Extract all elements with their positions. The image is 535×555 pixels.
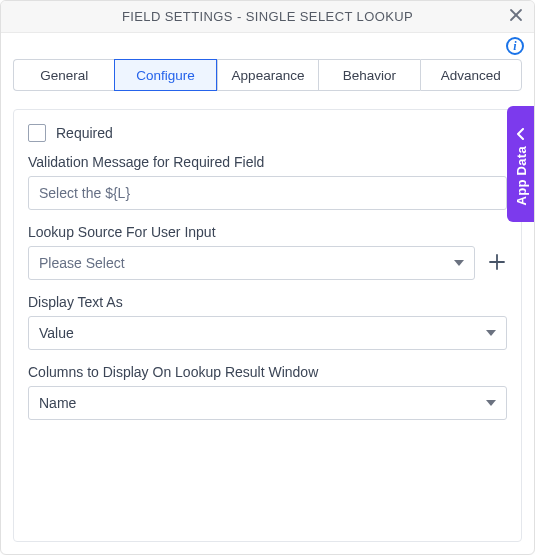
display-text-select[interactable]: Value (28, 316, 507, 350)
required-row: Required (28, 124, 507, 142)
lookup-source-value: Please Select (39, 255, 125, 271)
chevron-down-icon (486, 400, 496, 406)
display-text-row: Display Text As Value (28, 294, 507, 350)
tab-behavior[interactable]: Behavior (318, 59, 419, 91)
columns-row: Columns to Display On Lookup Result Wind… (28, 364, 507, 420)
columns-select[interactable]: Name (28, 386, 507, 420)
modal-title: FIELD SETTINGS - SINGLE SELECT LOOKUP (122, 9, 413, 24)
validation-message-label: Validation Message for Required Field (28, 154, 507, 170)
tab-configure[interactable]: Configure (114, 59, 216, 91)
tabs: General Configure Appearance Behavior Ad… (13, 59, 522, 91)
chevron-left-icon (507, 128, 535, 140)
app-data-label: App Data (514, 146, 529, 205)
columns-value: Name (39, 395, 76, 411)
field-settings-modal: FIELD SETTINGS - SINGLE SELECT LOOKUP i … (0, 0, 535, 555)
configure-panel: Required Validation Message for Required… (13, 109, 522, 542)
info-icon[interactable]: i (506, 37, 524, 55)
lookup-source-row: Lookup Source For User Input Please Sele… (28, 224, 507, 280)
add-lookup-source-button[interactable] (487, 253, 507, 273)
validation-message-value: Select the ${L} (39, 185, 130, 201)
plus-icon (488, 253, 506, 274)
lookup-source-label: Lookup Source For User Input (28, 224, 507, 240)
validation-message-row: Validation Message for Required Field Se… (28, 154, 507, 210)
lookup-source-select[interactable]: Please Select (28, 246, 475, 280)
close-icon (509, 8, 523, 26)
info-row: i (1, 33, 534, 55)
required-label: Required (56, 125, 113, 141)
required-checkbox[interactable] (28, 124, 46, 142)
columns-label: Columns to Display On Lookup Result Wind… (28, 364, 507, 380)
display-text-value: Value (39, 325, 74, 341)
validation-message-input[interactable]: Select the ${L} (28, 176, 507, 210)
modal-header: FIELD SETTINGS - SINGLE SELECT LOOKUP (1, 1, 534, 33)
tab-advanced[interactable]: Advanced (420, 59, 522, 91)
tab-appearance[interactable]: Appearance (217, 59, 318, 91)
close-button[interactable] (506, 7, 526, 27)
tabs-container: General Configure Appearance Behavior Ad… (1, 55, 534, 91)
chevron-down-icon (486, 330, 496, 336)
app-data-side-tab[interactable]: App Data (507, 106, 535, 222)
tab-general[interactable]: General (13, 59, 114, 91)
chevron-down-icon (454, 260, 464, 266)
display-text-label: Display Text As (28, 294, 507, 310)
